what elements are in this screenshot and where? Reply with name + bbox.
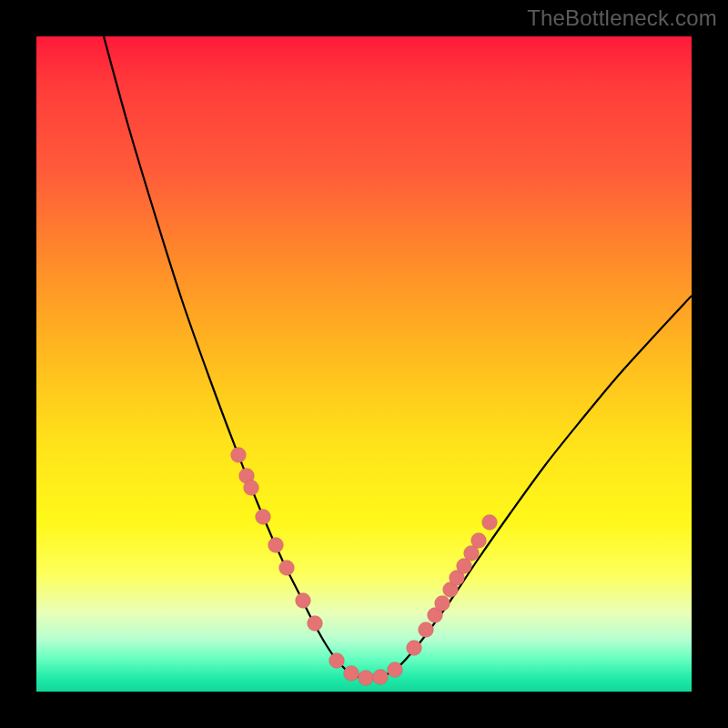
data-point bbox=[471, 533, 487, 549]
data-point bbox=[344, 666, 359, 682]
data-point bbox=[419, 622, 434, 638]
plot-area bbox=[36, 36, 692, 692]
data-point bbox=[296, 593, 311, 609]
data-point bbox=[407, 641, 422, 656]
bottleneck-curve bbox=[104, 36, 692, 678]
data-point bbox=[308, 616, 323, 632]
chart-svg bbox=[36, 36, 692, 692]
data-point bbox=[388, 662, 403, 678]
data-point bbox=[329, 653, 345, 669]
data-point bbox=[231, 448, 247, 463]
data-point bbox=[268, 538, 284, 553]
watermark-label: TheBottleneck.com bbox=[527, 5, 717, 31]
data-point bbox=[256, 510, 271, 525]
data-point bbox=[373, 670, 389, 685]
data-point bbox=[435, 596, 450, 612]
data-points-group bbox=[231, 448, 498, 686]
chart-frame: TheBottleneck.com bbox=[0, 0, 728, 728]
data-point bbox=[359, 671, 374, 686]
data-point bbox=[279, 561, 295, 576]
data-point bbox=[482, 515, 498, 531]
data-point bbox=[244, 480, 259, 496]
